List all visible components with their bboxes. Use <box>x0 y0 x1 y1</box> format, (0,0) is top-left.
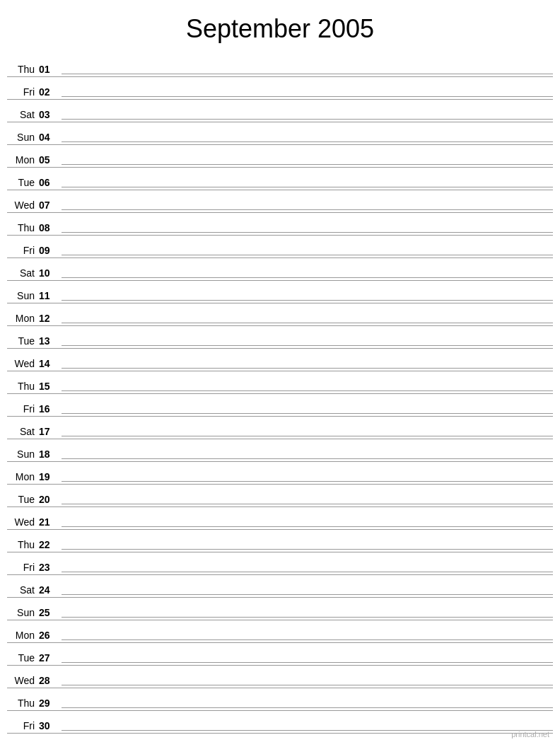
day-row: Sat10 <box>7 258 553 281</box>
day-line <box>62 368 553 369</box>
day-name: Wed <box>7 516 39 528</box>
day-name: Tue <box>7 652 39 664</box>
day-line <box>62 572 553 572</box>
day-name: Tue <box>7 494 39 505</box>
day-line <box>62 526 553 527</box>
day-name: Tue <box>7 177 39 188</box>
day-name: Thu <box>7 381 39 392</box>
day-name: Fri <box>7 86 39 98</box>
day-row: Fri23 <box>7 552 553 575</box>
day-name: Tue <box>7 335 39 347</box>
day-number: 19 <box>39 471 59 482</box>
day-row: Wed28 <box>7 666 553 688</box>
day-number: 12 <box>39 313 59 324</box>
day-row: Sat17 <box>7 417 553 439</box>
day-row: Tue06 <box>7 168 553 190</box>
day-row: Wed14 <box>7 349 553 371</box>
day-row: Tue27 <box>7 643 553 666</box>
day-name: Sat <box>7 267 39 279</box>
day-name: Wed <box>7 675 39 686</box>
day-number: 11 <box>39 290 59 301</box>
day-line <box>62 639 553 640</box>
day-number: 21 <box>39 516 59 528</box>
day-number: 06 <box>39 177 59 188</box>
day-number: 29 <box>39 697 59 709</box>
day-number: 07 <box>39 199 59 211</box>
day-line <box>62 323 553 323</box>
day-line <box>62 300 553 301</box>
day-name: Thu <box>7 539 39 550</box>
day-number: 08 <box>39 222 59 233</box>
day-name: Wed <box>7 199 39 211</box>
day-name: Sun <box>7 607 39 618</box>
day-line <box>62 481 553 482</box>
day-line <box>62 707 553 708</box>
day-row: Thu15 <box>7 371 553 394</box>
day-name: Sun <box>7 448 39 460</box>
day-line <box>62 345 553 346</box>
day-number: 18 <box>39 448 59 460</box>
day-row: Tue20 <box>7 485 553 507</box>
day-line <box>62 549 553 550</box>
day-number: 22 <box>39 539 59 550</box>
day-name: Sat <box>7 109 39 120</box>
day-name: Fri <box>7 245 39 256</box>
day-name: Mon <box>7 154 39 166</box>
day-name: Fri <box>7 562 39 573</box>
day-name: Sat <box>7 426 39 437</box>
day-row: Mon26 <box>7 620 553 643</box>
day-number: 24 <box>39 584 59 596</box>
day-number: 23 <box>39 562 59 573</box>
day-number: 13 <box>39 335 59 347</box>
day-line <box>62 119 553 120</box>
day-row: Sun18 <box>7 439 553 462</box>
day-line <box>62 730 553 731</box>
day-name: Sat <box>7 584 39 596</box>
day-name: Mon <box>7 471 39 482</box>
day-line <box>62 164 553 165</box>
day-number: 15 <box>39 381 59 392</box>
day-name: Mon <box>7 313 39 324</box>
day-number: 20 <box>39 494 59 505</box>
day-line <box>62 232 553 233</box>
day-row: Tue13 <box>7 326 553 349</box>
day-row: Sat03 <box>7 100 553 122</box>
day-row: Sun25 <box>7 598 553 620</box>
day-number: 27 <box>39 652 59 664</box>
day-line <box>62 390 553 391</box>
day-number: 01 <box>39 64 59 75</box>
day-row: Mon19 <box>7 462 553 485</box>
day-line <box>62 504 553 504</box>
day-line <box>62 209 553 210</box>
page-title: September 2005 <box>0 0 560 54</box>
day-line <box>62 187 553 187</box>
day-row: Sun04 <box>7 122 553 145</box>
day-row: Fri09 <box>7 236 553 258</box>
day-line <box>62 255 553 255</box>
day-line <box>62 436 553 436</box>
day-line <box>62 662 553 663</box>
day-name: Thu <box>7 64 39 75</box>
day-number: 28 <box>39 675 59 686</box>
day-number: 26 <box>39 630 59 641</box>
day-line <box>62 96 553 97</box>
day-row: Wed07 <box>7 190 553 213</box>
day-row: Fri16 <box>7 394 553 417</box>
day-name: Thu <box>7 222 39 233</box>
day-name: Sun <box>7 132 39 143</box>
day-number: 14 <box>39 358 59 369</box>
day-line <box>62 458 553 459</box>
day-number: 05 <box>39 154 59 166</box>
day-row: Thu08 <box>7 213 553 236</box>
day-line <box>62 685 553 685</box>
day-row: Mon12 <box>7 303 553 326</box>
day-row: Thu29 <box>7 688 553 711</box>
day-line <box>62 277 553 278</box>
day-name: Mon <box>7 630 39 641</box>
day-name: Fri <box>7 403 39 415</box>
day-line <box>62 594 553 595</box>
day-number: 30 <box>39 720 59 731</box>
day-name: Wed <box>7 358 39 369</box>
day-row: Fri30 <box>7 711 553 734</box>
day-name: Fri <box>7 720 39 731</box>
